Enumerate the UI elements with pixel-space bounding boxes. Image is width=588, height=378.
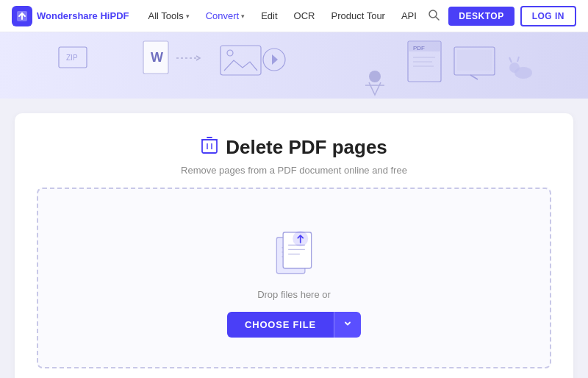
navbar: Wondershare HiPDF All Tools ▾ Convert ▾ … [0,0,588,32]
desktop-button[interactable]: DESKTOP [448,7,514,26]
tool-title: Delete PDF pages [226,136,387,159]
chevron-down-icon: ▾ [186,13,190,20]
nav-convert[interactable]: Convert ▾ [198,6,253,26]
main-content: Delete PDF pages Remove pages from a PDF… [0,99,588,378]
svg-text:W: W [151,50,163,65]
svg-rect-23 [202,140,217,153]
svg-point-11 [369,71,381,82]
nav-all-tools[interactable]: All Tools ▾ [140,6,196,26]
login-button[interactable]: LOG IN [520,6,576,26]
trash-icon [201,135,218,159]
upload-illustration [265,226,323,277]
svg-text:PDF: PDF [413,45,425,51]
nav-edit[interactable]: Edit [254,6,284,26]
logo-icon [12,6,32,26]
tool-title-area: Delete PDF pages Remove pages from a PDF… [37,135,551,176]
hero-banner: ZIP W PDF [0,32,588,99]
tool-icon-title: Delete PDF pages [37,135,551,159]
nav-ocr[interactable]: OCR [287,6,323,26]
tool-subtitle: Remove pages from a PDF document online … [37,165,551,176]
nav-right: DESKTOP LOG IN [425,6,576,26]
logo[interactable]: Wondershare HiPDF [12,6,129,26]
drop-text: Drop files here or [257,289,331,300]
brand-name: Wondershare HiPDF [37,10,129,21]
chevron-down-icon: ▾ [241,13,245,20]
nav-api[interactable]: API [394,6,424,26]
search-button[interactable] [425,6,442,26]
choose-file-group: CHOOSE FILE [227,312,361,338]
nav-items: All Tools ▾ Convert ▾ Edit OCR Product T… [140,6,425,26]
svg-line-2 [436,17,439,20]
choose-file-button[interactable]: CHOOSE FILE [227,312,334,338]
choose-file-dropdown-button[interactable] [334,312,361,338]
svg-rect-3 [0,32,588,99]
svg-text:ZIP: ZIP [66,54,78,62]
nav-product-tour[interactable]: Product Tour [323,6,392,26]
svg-point-22 [509,63,520,73]
svg-rect-19 [457,50,492,71]
tool-card: Delete PDF pages Remove pages from a PDF… [15,113,573,378]
drop-zone[interactable]: Drop files here or CHOOSE FILE [37,188,551,368]
